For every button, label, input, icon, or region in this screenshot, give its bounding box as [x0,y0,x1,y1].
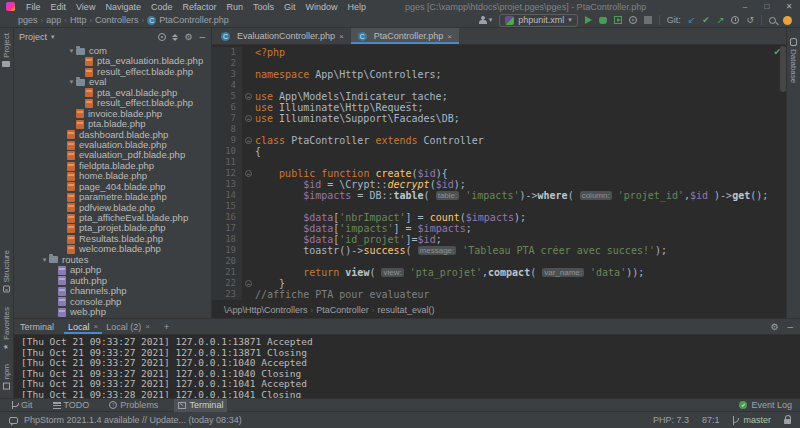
lock-icon[interactable] [784,419,791,424]
fold-icon[interactable]: − [245,280,252,287]
tree-item-console-php[interactable]: console.php [14,297,211,307]
profiler-button[interactable] [629,16,637,24]
line-number[interactable]: 11 [212,157,242,168]
chevron-down-icon[interactable]: ▼ [67,77,76,87]
breadcrumb-item[interactable]: Http [70,15,87,25]
gutter-fold-column[interactable] [242,102,255,113]
search-everywhere-button[interactable] [769,17,776,24]
editor-tab-evaluationcontroller.php[interactable]: CEvaluationController.php× [214,28,351,44]
user-avatar[interactable] [783,16,792,25]
gutter-fold-column[interactable] [242,245,255,256]
line-number[interactable]: 6 [212,102,242,113]
stop-button[interactable] [644,16,652,24]
close-icon[interactable]: × [94,322,99,331]
breadcrumb-item[interactable]: Controllers [95,15,139,25]
line-number[interactable]: 21 [212,267,242,278]
hide-panel-icon[interactable]: − [198,32,206,42]
close-icon[interactable]: × [447,32,452,41]
tree-item-parametre-blade-php[interactable]: parametre.blade.php [14,192,211,202]
gutter-fold-column[interactable] [242,69,255,80]
git-commit-button[interactable]: ✔ [702,15,710,25]
tool-window-button-terminal[interactable]: Terminal [174,399,227,412]
line-number[interactable]: 9 [212,135,242,146]
tree-item-api-php[interactable]: api.php [14,265,211,275]
tree-item-pta-blade-php[interactable]: pta.blade.php [14,119,211,129]
gutter-fold-column[interactable]: − [242,168,255,179]
line-number[interactable]: 16 [212,212,242,223]
close-icon[interactable]: × [339,32,344,41]
tool-window-button-todo[interactable]: TODO [49,399,94,412]
breadcrumb-item[interactable]: app [46,15,61,25]
history-button[interactable] [731,16,739,24]
fold-icon[interactable]: − [245,93,252,100]
gutter-fold-column[interactable]: − [242,135,255,146]
code-area[interactable]: 1<?php23namespace App\Http\Controllers;4… [212,45,786,302]
menu-tools[interactable]: Tools [248,2,279,12]
line-number[interactable]: 17 [212,223,242,234]
menu-code[interactable]: Code [146,2,178,12]
gutter-fold-column[interactable]: − [242,91,255,102]
line-number[interactable]: 4 [212,80,242,91]
terminal-tab-local[interactable]: Local× [64,319,102,334]
close-button[interactable]: ✕ [778,0,800,13]
gear-icon[interactable]: ⚙ [184,32,192,42]
gutter-fold-column[interactable] [242,256,255,267]
line-number[interactable]: 10 [212,146,242,157]
editor-tab-ptacontroller.php[interactable]: CPtaController.php× [351,28,459,44]
line-number[interactable]: 8 [212,124,242,135]
rollback-button[interactable]: ↺ [746,15,754,25]
editor-breadcrumb-item[interactable]: \App\Http\Controllers [224,305,308,315]
terminal-output[interactable]: [Thu Oct 21 09:33:27 2021] 127.0.0.1:138… [14,335,800,398]
breadcrumb-item[interactable]: pges [18,15,38,25]
line-number[interactable]: 2 [212,58,242,69]
notification-bubble-icon[interactable] [9,417,18,424]
editor-breadcrumb-item[interactable]: resultat_eval() [377,305,434,315]
php-version-widget[interactable]: PHP: 7.3 [653,415,689,425]
gutter-fold-column[interactable] [242,267,255,278]
menu-window[interactable]: Window [301,2,343,12]
tool-window-button-git[interactable]: Git [8,399,37,412]
menu-help[interactable]: Help [343,2,372,12]
menu-navigate[interactable]: Navigate [100,2,146,12]
locate-file-icon[interactable] [158,33,166,41]
line-number[interactable]: 20 [212,256,242,267]
debug-button[interactable] [599,16,607,24]
tool-window-button-problems[interactable]: !Problems [105,399,162,412]
menu-git[interactable]: Git [279,2,301,12]
collapse-all-icon[interactable] [172,34,178,41]
line-number[interactable]: 12 [212,168,242,179]
editor-scrollbar[interactable] [780,46,786,92]
line-number[interactable]: 19 [212,245,242,256]
line-number[interactable]: 7 [212,113,242,124]
menu-edit[interactable]: Edit [46,2,72,12]
git-branch-widget[interactable]: master [732,415,771,425]
gutter-fold-column[interactable] [242,223,255,234]
tool-stripe-button-favorites[interactable]: ★Favorites [2,307,11,351]
gutter-fold-column[interactable] [242,201,255,212]
tree-item-welcome-blade-php[interactable]: welcome.blade.php [14,244,211,254]
project-panel-title[interactable]: Project [19,32,47,42]
line-number[interactable]: 1 [212,47,242,58]
run-configuration-select[interactable]: phpunit.xml ▾ [499,14,578,27]
menu-refactor[interactable]: Refactor [177,2,221,12]
chevron-down-icon[interactable]: ▼ [40,255,49,265]
tool-stripe-button-structure[interactable]: Structure [2,250,11,292]
gutter-fold-column[interactable] [242,157,255,168]
status-message[interactable]: PhpStorm 2021.1.4 available // Update...… [24,415,242,425]
breadcrumb-item[interactable]: PtaController.php [159,15,229,25]
line-number[interactable]: 22 [212,278,242,289]
terminal-hide-icon[interactable]: − [786,322,794,332]
tree-item-channels-php[interactable]: channels.php [14,286,211,296]
gutter-fold-column[interactable] [242,289,255,300]
terminal-tab-local-2-[interactable]: Local (2)× [102,319,154,334]
gutter-fold-column[interactable] [242,80,255,91]
gutter-fold-column[interactable] [242,234,255,245]
menu-view[interactable]: View [71,2,100,12]
fold-icon[interactable]: − [245,115,252,122]
chevron-down-icon[interactable]: ▼ [67,46,76,56]
fold-icon[interactable]: − [245,137,252,144]
gutter-fold-column[interactable]: − [242,278,255,289]
caret-position-widget[interactable]: 87:1 [702,415,720,425]
tool-stripe-button-database[interactable]: Database [789,38,798,83]
terminal-settings-icon[interactable]: ⚙ [770,322,778,332]
